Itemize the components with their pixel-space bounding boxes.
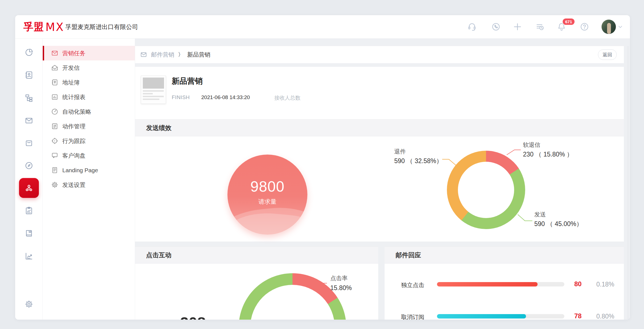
menu-item-statistics-report[interactable]: 统计报表 xyxy=(43,90,135,104)
request-total-value: 9800 xyxy=(227,178,307,195)
callout-soft-bounce: 软退信 230 （ 15.80% ） xyxy=(523,142,573,158)
bar-fill xyxy=(437,282,538,286)
menu-item-label: 开发信 xyxy=(62,64,80,72)
settings-gear-icon[interactable] xyxy=(15,298,43,310)
status-badge: FINISH xyxy=(172,94,190,100)
click-rate-label: 点击率 xyxy=(330,275,352,281)
compass-icon[interactable] xyxy=(15,160,43,172)
open-mail-icon xyxy=(51,64,58,71)
automation-icon xyxy=(51,108,58,115)
secondary-menu: 营销任务 开发信 地址簿 统计报表 自动化策略 动作管理 行为跟踪 客户询盘 xyxy=(43,39,135,320)
org-chart-icon[interactable] xyxy=(15,92,43,104)
menu-item-label: 发送设置 xyxy=(62,181,85,189)
send-donut xyxy=(447,151,525,229)
segment-name: 退件 xyxy=(394,148,442,154)
help-icon[interactable] xyxy=(578,21,591,33)
task-history-icon[interactable] xyxy=(534,21,546,33)
sent-time: 2021-06-08 14:33:20 xyxy=(201,94,250,100)
email-response-card: 邮件回应 独立点击 80 0.18% 取消订阅 78 0.80% xyxy=(385,246,624,320)
click-rate-value: 15.80% xyxy=(330,285,352,291)
report-clipboard-icon[interactable] xyxy=(15,205,43,217)
content-area: 邮件营销 〉 新品营销 返回 新品营销 FINISH 2021-06-08 14… xyxy=(135,39,630,320)
company-name: 孚盟麦克斯进出口有限公司 xyxy=(65,15,138,39)
menu-item-landing-page[interactable]: Landing Page xyxy=(43,163,135,177)
menu-item-customer-inquiry[interactable]: 客户询盘 xyxy=(43,148,135,163)
bar-value: 80 xyxy=(574,280,591,288)
click-interaction-card: 点击互动 208 点击率 15.80% xyxy=(135,246,378,320)
breadcrumb: 邮件营销 〉 新品营销 返回 xyxy=(135,46,624,63)
segment-name: 软退信 xyxy=(523,142,573,148)
headset-icon[interactable] xyxy=(466,21,478,33)
campaign-detail-card: 新品营销 FINISH 2021-06-08 14:33:20 接收人总数 发送… xyxy=(135,67,624,242)
bar-fill xyxy=(437,314,526,319)
back-button[interactable]: 返回 xyxy=(598,49,617,60)
mail-icon[interactable] xyxy=(15,115,43,127)
scrollbar-track[interactable] xyxy=(628,46,628,320)
mail-icon xyxy=(140,51,147,58)
bar-value: 78 xyxy=(574,312,591,320)
menu-item-send-settings[interactable]: 发送设置 xyxy=(43,177,135,192)
breadcrumb-separator-icon: 〉 xyxy=(178,51,183,58)
icon-rail xyxy=(15,39,43,320)
address-book-icon xyxy=(51,79,58,86)
plus-icon[interactable] xyxy=(511,21,524,33)
logo-text-secondary: MX xyxy=(45,21,64,33)
bar-label: 独立点击 xyxy=(401,281,424,289)
avatar[interactable] xyxy=(602,20,616,34)
landing-page-icon xyxy=(51,166,58,174)
breadcrumb-current: 新品营销 xyxy=(187,51,210,59)
app-logo[interactable]: 孚盟 MX xyxy=(23,15,64,39)
notification-badge[interactable]: 671 xyxy=(562,18,575,25)
menu-item-label: 自动化策略 xyxy=(62,108,91,116)
segment-name: 发送 xyxy=(534,211,583,217)
menu-item-label: 行为跟踪 xyxy=(62,137,85,145)
callout-sent: 发送 590 （ 45.00%） xyxy=(534,211,583,227)
callout-bounce: 退件 590 （ 32.58%） xyxy=(394,148,442,164)
bar-label: 取消订阅 xyxy=(401,313,424,320)
section-title-click-interaction: 点击互动 xyxy=(135,246,378,264)
campaign-meta: FINISH 2021-06-08 14:33:20 接收人总数 xyxy=(172,94,420,102)
topbar: 孚盟 MX 孚盟麦克斯进出口有限公司 671 xyxy=(15,15,630,39)
section-title-email-response: 邮件回应 xyxy=(385,246,624,264)
menu-item-label: 客户询盘 xyxy=(62,152,85,160)
segment-value: 230 （ 15.80% ） xyxy=(523,151,573,158)
bar-percent: 0.80% xyxy=(596,313,614,320)
menu-item-label: 地址簿 xyxy=(62,79,80,86)
logo-text-primary: 孚盟 xyxy=(23,20,44,34)
app-window: 孚盟 MX 孚盟麦克斯进出口有限公司 671 xyxy=(15,15,630,320)
knowledge-book-icon[interactable] xyxy=(15,227,43,239)
contacts-book-icon[interactable] xyxy=(15,69,43,81)
bar-row-unique-clicks: 独立点击 80 0.18% xyxy=(385,280,624,291)
actions-icon xyxy=(51,123,58,130)
bar-row-unsubscribe: 取消订阅 78 0.80% xyxy=(385,312,624,320)
trend-chart-icon[interactable] xyxy=(15,250,43,262)
menu-item-behavior-tracking[interactable]: 行为跟踪 xyxy=(43,134,135,148)
menu-item-label: 统计报表 xyxy=(62,93,85,101)
group-icon[interactable] xyxy=(19,178,39,198)
segment-value: 590 （ 32.58%） xyxy=(394,158,442,164)
menu-item-address-book[interactable]: 地址簿 xyxy=(43,75,135,90)
tracking-icon xyxy=(51,137,58,145)
menu-item-action-management[interactable]: 动作管理 xyxy=(43,119,135,134)
shop-bag-icon[interactable] xyxy=(15,137,43,149)
menu-item-development-letter[interactable]: 开发信 xyxy=(43,60,135,75)
chevron-down-icon[interactable] xyxy=(616,21,625,33)
click-total-value: 208 xyxy=(180,314,206,320)
send-settings-icon xyxy=(51,181,58,189)
request-total-label: 请求量 xyxy=(227,198,307,206)
bar-percent: 0.18% xyxy=(596,281,614,288)
email-thumbnail xyxy=(141,76,166,104)
breadcrumb-root[interactable]: 邮件营销 xyxy=(151,51,174,59)
screen: 孚盟 MX 孚盟麦克斯进出口有限公司 671 xyxy=(0,0,644,329)
recipients-label[interactable]: 接收人总数 xyxy=(274,94,300,102)
phone-chat-icon[interactable] xyxy=(490,21,502,33)
bar-track xyxy=(437,314,564,319)
request-total-kpi: 9800 请求量 xyxy=(227,155,307,235)
pie-chart-icon[interactable] xyxy=(15,46,43,59)
menu-item-label: Landing Page xyxy=(62,167,98,174)
wave-decoration xyxy=(227,203,307,235)
menu-item-marketing-tasks[interactable]: 营销任务 xyxy=(43,46,135,60)
inquiry-icon xyxy=(51,152,58,159)
menu-item-automation-strategy[interactable]: 自动化策略 xyxy=(43,104,135,119)
send-donut-hole xyxy=(458,162,514,218)
